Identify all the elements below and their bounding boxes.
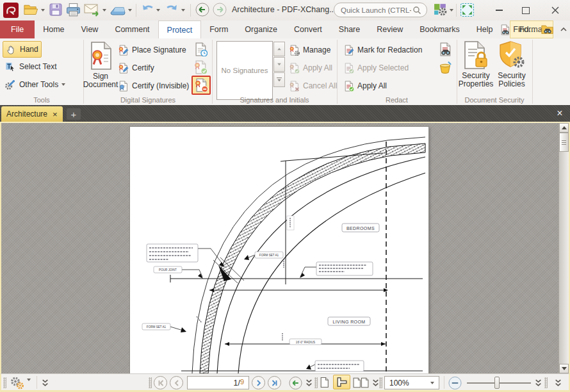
select-text-button[interactable]: Select Text <box>3 59 59 74</box>
page-number-box[interactable]: 1/9 <box>187 376 249 389</box>
tab-organize[interactable]: Organize <box>236 20 286 38</box>
redo-button[interactable] <box>165 3 179 15</box>
validate-signatures-button[interactable] <box>191 58 209 76</box>
find-button[interactable]: Find... <box>500 24 535 35</box>
print-button[interactable] <box>65 3 81 17</box>
email-dropdown-caret[interactable] <box>102 9 106 12</box>
tab-share[interactable]: Share <box>330 20 368 38</box>
last-page-button[interactable] <box>268 376 281 389</box>
clear-signatures-button[interactable] <box>191 76 211 95</box>
vertical-scrollbar[interactable] <box>558 123 569 373</box>
collapse-ribbon-icon[interactable] <box>560 27 567 32</box>
ui-options-caret[interactable] <box>450 9 453 12</box>
toolbar-grip[interactable] <box>379 377 382 388</box>
tab-form[interactable]: Form <box>201 20 236 38</box>
search-folder-icon[interactable] <box>541 24 555 36</box>
two-page-layout-button[interactable] <box>352 377 370 389</box>
signatures-more-button[interactable] <box>273 72 285 87</box>
document-tab-architecture[interactable]: Architecture × <box>1 106 63 122</box>
cancel-all-signatures-button[interactable]: Cancel All <box>286 78 339 94</box>
signatures-listbox[interactable]: No Signatures <box>216 41 273 100</box>
nav-forward-button[interactable] <box>213 3 227 17</box>
first-page-button[interactable] <box>154 376 167 389</box>
tab-protect[interactable]: Protect <box>158 20 202 38</box>
scrollbar-thumb[interactable] <box>559 133 569 152</box>
toolbar-grip[interactable] <box>149 377 152 388</box>
status-options-caret[interactable] <box>27 381 31 392</box>
signatures-scroll-up-button[interactable] <box>273 42 285 56</box>
zoom-slider-handle[interactable] <box>494 377 500 389</box>
quick-launch-input[interactable] <box>339 6 412 15</box>
fullscreen-button[interactable] <box>460 3 475 17</box>
tab-view[interactable]: View <box>73 20 107 38</box>
open-file-button[interactable] <box>23 3 39 17</box>
open-dropdown-caret[interactable] <box>41 9 45 12</box>
tab-convert[interactable]: Convert <box>286 20 330 38</box>
search-and-redact-button[interactable] <box>436 40 454 58</box>
panes-more-button[interactable] <box>555 379 562 387</box>
scroll-up-button[interactable] <box>559 123 569 133</box>
sign-document-button[interactable]: Sign Document <box>84 41 117 89</box>
security-policies-button[interactable]: Security Policies <box>495 40 528 88</box>
cancel-all-signatures-label: Cancel All <box>303 81 337 90</box>
document-viewport[interactable]: BEDROOMS LIVING ROOM FORM SET A1 FORM SE… <box>0 122 570 373</box>
scan-dropdown-caret[interactable] <box>128 9 132 12</box>
status-bar: 1/9 100% <box>0 373 570 392</box>
tab-comment[interactable]: Comment <box>106 20 158 38</box>
nav-back-button[interactable] <box>195 3 209 17</box>
next-page-button[interactable] <box>252 376 265 389</box>
certify-button[interactable]: Certify <box>115 60 157 76</box>
apply-all-signatures-button[interactable]: Apply All <box>286 60 335 76</box>
single-page-layout-button[interactable] <box>320 377 329 388</box>
place-signature-button[interactable]: Place Signature <box>115 42 189 58</box>
zoom-out-button[interactable] <box>448 376 462 389</box>
undo-button[interactable] <box>141 3 154 15</box>
quick-launch-box[interactable] <box>334 3 427 17</box>
status-options-button[interactable] <box>9 376 25 390</box>
maximize-button[interactable] <box>516 4 535 17</box>
ui-options-button[interactable] <box>433 3 448 16</box>
pdf-page[interactable]: BEDROOMS LIVING ROOM FORM SET A1 FORM SE… <box>130 127 428 373</box>
redo-dropdown-caret[interactable] <box>181 9 185 12</box>
save-button[interactable] <box>49 3 63 17</box>
email-button[interactable] <box>84 3 101 17</box>
sanitize-document-button[interactable] <box>436 58 454 76</box>
zoom-more-button[interactable] <box>535 379 542 387</box>
fit-width-layout-button[interactable] <box>333 375 350 389</box>
close-document-icon[interactable]: × <box>553 108 566 119</box>
minimize-button[interactable] <box>489 4 509 17</box>
zoom-level-select[interactable]: 100% <box>384 376 439 389</box>
document-tab-close-icon[interactable]: × <box>53 110 58 118</box>
previous-page-button[interactable] <box>170 376 183 389</box>
tab-review[interactable]: Review <box>368 20 411 38</box>
expand-panes-button[interactable] <box>42 379 49 387</box>
other-tools-button[interactable]: Other Tools <box>3 77 68 92</box>
new-tab-button[interactable]: + <box>67 108 81 120</box>
tab-file[interactable]: File <box>0 20 35 38</box>
undo-dropdown-caret[interactable] <box>156 9 160 12</box>
layout-more-button[interactable] <box>372 379 379 387</box>
apply-selected-redactions-button[interactable]: Apply Selected <box>341 60 411 76</box>
tab-bookmarks[interactable]: Bookmarks <box>411 20 468 38</box>
certify-invisible-button[interactable]: Certify (Invisible) <box>115 78 191 94</box>
signatures-scroll-down-button[interactable] <box>273 57 285 72</box>
apply-all-redactions-button[interactable]: Apply All <box>341 78 389 94</box>
apply-selected-redactions-icon <box>343 63 354 74</box>
history-back-button[interactable] <box>289 376 302 389</box>
toolbar-grip[interactable] <box>3 377 6 388</box>
tab-help[interactable]: Help <box>468 20 501 38</box>
close-button[interactable] <box>546 4 565 17</box>
mark-for-redaction-button[interactable]: Mark for Redaction <box>341 42 425 58</box>
app-logo-icon[interactable] <box>3 3 19 18</box>
toolbar-grip[interactable] <box>544 377 548 388</box>
toolbar-grip[interactable] <box>314 377 318 388</box>
scan-button[interactable] <box>110 3 126 17</box>
security-properties-button[interactable]: Security Properties <box>458 40 494 88</box>
manage-signatures-button[interactable]: Manage <box>286 42 333 58</box>
history-more-button[interactable] <box>305 379 313 387</box>
label-bedrooms: BEDROOMS <box>346 226 375 231</box>
timestamp-document-button[interactable] <box>191 40 209 58</box>
tab-home[interactable]: Home <box>35 20 72 38</box>
hand-tool-button[interactable]: Hand <box>3 41 42 58</box>
scroll-down-button[interactable] <box>559 364 569 373</box>
